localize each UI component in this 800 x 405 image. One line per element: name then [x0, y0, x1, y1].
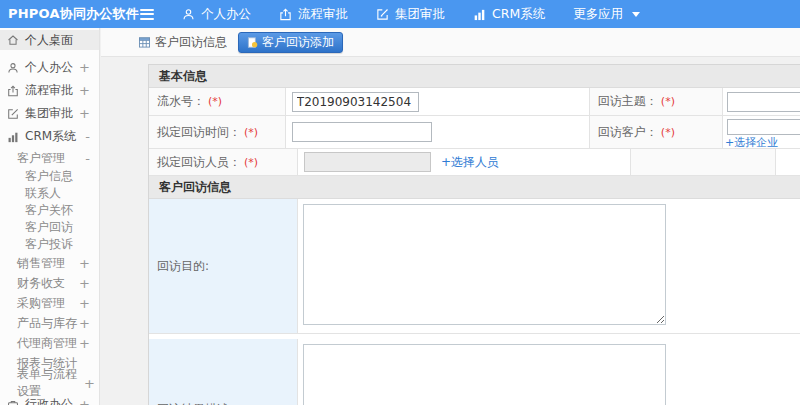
planned-person-cell: +选择人员	[298, 149, 631, 175]
hamburger-menu-icon[interactable]	[140, 9, 154, 20]
sidebar-item-group-approval[interactable]: 集团审批 +	[0, 102, 99, 125]
expand-plus-icon[interactable]: +	[79, 257, 90, 270]
required-marker: (*)	[661, 126, 675, 139]
tab-customer-visit-info[interactable]: 客户回访信息	[131, 34, 235, 51]
top-menu-label: 集团审批	[395, 6, 445, 23]
sidebar-item-label: 客户关怀	[25, 202, 73, 219]
required-marker: (*)	[661, 95, 675, 108]
expand-plus-icon[interactable]: +	[79, 317, 90, 330]
visit-add-form: 基本信息 流水号：(*) 回访主题：(*) 拟定回访时间：(*)	[148, 64, 800, 405]
purpose-cell	[298, 199, 800, 333]
sidebar-item-agent-mgmt[interactable]: 代理商管理 +	[0, 333, 99, 353]
expand-plus-icon[interactable]: +	[84, 377, 95, 390]
bar-chart-icon	[473, 8, 486, 21]
sidebar-item-personal-desktop[interactable]: 个人桌面	[0, 30, 99, 50]
section-header-basic-info: 基本信息	[149, 65, 800, 88]
expand-plus-icon[interactable]: +	[79, 337, 90, 350]
section-title: 基本信息	[159, 68, 207, 85]
sidebar-item-crm[interactable]: CRM系统 -	[0, 125, 99, 148]
main-area: 客户回访信息 客户回访添加 基本信息 流水号：(*) 回访主题：(*)	[101, 28, 800, 405]
section-title: 客户回访信息	[159, 179, 231, 196]
sidebar-item-label: 流程审批	[25, 82, 73, 99]
sidebar-item-customer-complaint[interactable]: 客户投诉	[0, 236, 99, 253]
top-menu-label: 更多应用	[573, 6, 623, 23]
form-row-time-customer: 拟定回访时间：(*) 回访客户：(*) +选择企业	[149, 116, 800, 149]
sidebar-item-customer-info[interactable]: 客户信息	[0, 168, 99, 185]
top-menu-personal-office[interactable]: 个人办公	[168, 0, 265, 28]
select-company-link[interactable]: +选择企业	[725, 135, 778, 150]
tab-customer-visit-add[interactable]: 客户回访添加	[238, 32, 343, 53]
select-person-link[interactable]: +选择人员	[441, 154, 499, 171]
planned-time-label: 拟定回访时间：(*)	[149, 116, 286, 148]
expand-plus-icon[interactable]: +	[79, 84, 90, 97]
planned-person-input[interactable]	[304, 152, 431, 172]
expand-plus-icon[interactable]: +	[79, 107, 90, 120]
result-label: 回访结果描述:	[149, 339, 298, 405]
serial-input[interactable]	[292, 92, 419, 112]
topbar: PHPOA协同办公软件 个人办公 流程审批 集团审批 CRM系统 更多应用	[0, 0, 800, 28]
sidebar-item-label: 代理商管理	[17, 335, 77, 352]
content-area: 基本信息 流水号：(*) 回访主题：(*) 拟定回访时间：(*)	[101, 57, 800, 405]
purpose-label: 回访目的:	[149, 199, 298, 333]
collapse-minus-icon[interactable]: -	[85, 152, 90, 165]
sidebar-item-label: 行政办公	[25, 396, 73, 405]
sidebar-item-customer-mgmt[interactable]: 客户管理 -	[0, 148, 99, 168]
sidebar-item-label: 个人桌面	[25, 32, 73, 49]
briefcase-icon	[7, 399, 19, 405]
top-menu: 个人办公 流程审批 集团审批 CRM系统 更多应用	[168, 0, 654, 28]
planned-time-input[interactable]	[292, 122, 432, 142]
expand-plus-icon[interactable]: +	[79, 61, 90, 74]
sidebar-item-label: 采购管理	[17, 295, 65, 312]
sidebar-item-label: 表单与流程设置	[17, 366, 84, 400]
sidebar-item-label: 客户投诉	[25, 236, 73, 253]
sidebar-item-product-inventory[interactable]: 产品与库存 +	[0, 313, 99, 333]
flow-approval-icon	[279, 8, 292, 21]
planned-person-label: 拟定回访人员：(*)	[149, 149, 298, 175]
home-icon	[7, 34, 19, 46]
sidebar-item-label: 客户回访	[25, 219, 73, 236]
edit-square-icon	[7, 108, 19, 120]
tab-label: 客户回访添加	[262, 34, 334, 51]
required-marker: (*)	[244, 156, 258, 169]
expand-plus-icon[interactable]: +	[79, 297, 90, 310]
empty-cell	[776, 149, 800, 175]
expand-plus-icon[interactable]: +	[79, 398, 90, 405]
sidebar-item-flow-approval[interactable]: 流程审批 +	[0, 79, 99, 102]
collapse-minus-icon[interactable]: -	[85, 130, 90, 143]
sidebar-item-form-flow-settings[interactable]: 表单与流程设置 +	[0, 373, 99, 393]
top-menu-more-apps[interactable]: 更多应用	[559, 0, 654, 28]
sidebar-item-label: 产品与库存	[17, 315, 77, 332]
sidebar-item-customer-visit[interactable]: 客户回访	[0, 219, 99, 236]
visit-purpose-textarea[interactable]	[303, 204, 666, 325]
topic-label: 回访主题：(*)	[590, 88, 723, 115]
top-menu-flow-approval[interactable]: 流程审批	[265, 0, 362, 28]
top-menu-crm[interactable]: CRM系统	[459, 0, 559, 28]
sidebar: 个人桌面 个人办公 + 流程审批 + 集团审批 + CRM系统 - 客户管理 -…	[0, 28, 100, 405]
sidebar-item-label: 销售管理	[17, 255, 65, 272]
customer-input[interactable]	[727, 119, 800, 135]
top-menu-group-approval[interactable]: 集团审批	[362, 0, 459, 28]
sidebar-item-sales-mgmt[interactable]: 销售管理 +	[0, 253, 99, 273]
serial-label: 流水号：(*)	[149, 88, 286, 115]
sidebar-item-label: 联系人	[25, 185, 61, 202]
sidebar-item-contacts[interactable]: 联系人	[0, 185, 99, 202]
sidebar-item-label: 客户信息	[25, 168, 73, 185]
sidebar-item-label: 集团审批	[25, 105, 73, 122]
expand-plus-icon[interactable]: +	[79, 277, 90, 290]
topic-input[interactable]	[727, 92, 800, 112]
bar-chart-icon	[7, 131, 19, 143]
top-menu-label: CRM系统	[492, 6, 545, 23]
caret-down-icon	[632, 12, 640, 17]
visit-result-textarea[interactable]	[303, 344, 666, 405]
sidebar-item-personal-office[interactable]: 个人办公 +	[0, 56, 99, 79]
sidebar-item-label: 个人办公	[25, 59, 73, 76]
sidebar-item-purchase-mgmt[interactable]: 采购管理 +	[0, 293, 99, 313]
sidebar-item-finance[interactable]: 财务收支 +	[0, 273, 99, 293]
sidebar-item-customer-care[interactable]: 客户关怀	[0, 202, 99, 219]
top-menu-label: 个人办公	[201, 6, 251, 23]
required-marker: (*)	[244, 126, 258, 139]
topic-cell	[723, 88, 800, 115]
flow-approval-icon	[7, 85, 19, 97]
user-icon	[182, 8, 195, 21]
result-cell	[298, 339, 800, 405]
